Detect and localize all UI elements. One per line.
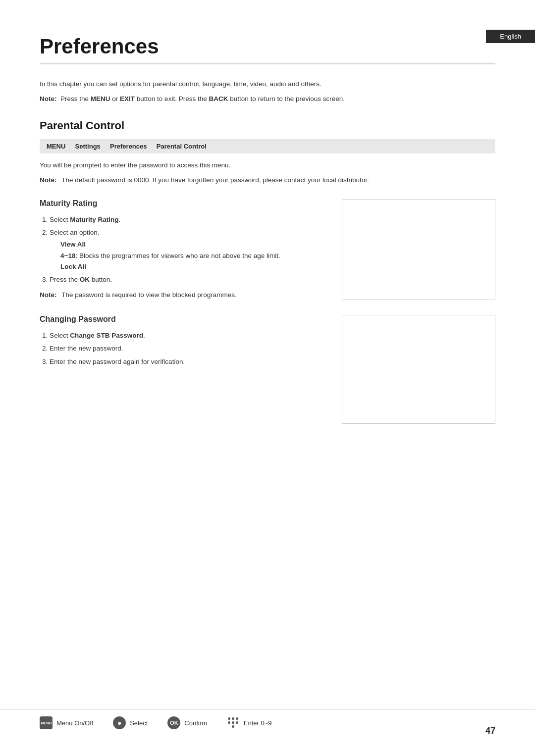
footer-menu-label: Menu On/Off: [56, 719, 93, 727]
maturity-rating-image-placeholder: [342, 199, 495, 300]
step-2: Select an option. View All 4~18: Blocks …: [50, 227, 332, 273]
maturity-note-text: The password is required to view the blo…: [61, 290, 236, 300]
intro-note: Note: Press the MENU or EXIT button to e…: [40, 94, 495, 104]
page-number: 47: [485, 726, 495, 736]
breadcrumb-item-menu: MENU: [47, 143, 65, 150]
note-label: Note:: [40, 95, 58, 102]
section-title: Parental Control: [40, 119, 495, 132]
breadcrumb-item-settings: Settings: [75, 143, 101, 150]
section-note-label: Note:: [40, 175, 58, 185]
change-step-2: Enter the new password.: [50, 343, 332, 354]
intro-text: In this chapter you can set options for …: [40, 79, 495, 89]
numeric-icon: [227, 716, 240, 729]
changing-password-steps: Select Change STB Password. Enter the ne…: [40, 330, 332, 368]
step-2-indent: View All 4~18: Blocks the programmes for…: [50, 239, 332, 273]
maturity-rating-note: Note: The password is required to view t…: [40, 290, 332, 300]
menu-icon: MENU: [40, 716, 53, 729]
page-container: English Preferences In this chapter you …: [0, 0, 535, 756]
change-step-1: Select Change STB Password.: [50, 330, 332, 342]
footer-select-label: Select: [130, 719, 148, 727]
language-label: English: [500, 33, 521, 40]
footer-numeric-item: Enter 0~9: [227, 716, 272, 729]
note-text: Press the MENU or EXIT button to exit. P…: [60, 95, 345, 102]
breadcrumb: MENU Settings Preferences Parental Contr…: [40, 139, 495, 153]
page-title: Preferences: [40, 35, 495, 58]
change-step-3: Enter the new password again for verific…: [50, 356, 332, 368]
ok-icon: OK: [167, 716, 180, 729]
select-icon: ●: [113, 716, 126, 729]
breadcrumb-item-preferences: Preferences: [110, 143, 147, 150]
changing-password-section: Changing Password Select Change STB Pass…: [40, 315, 495, 424]
section-desc: You will be prompted to enter the passwo…: [40, 160, 495, 170]
step-1: Select Maturity Rating.: [50, 214, 332, 226]
maturity-rating-title: Maturity Rating: [40, 199, 332, 208]
maturity-rating-left: Maturity Rating Select Maturity Rating. …: [40, 199, 332, 300]
step-3: Press the OK button.: [50, 274, 332, 286]
footer-numeric-label: Enter 0~9: [244, 719, 272, 727]
changing-password-image-placeholder: [342, 315, 495, 424]
footer-confirm-item: OK Confirm: [167, 716, 207, 729]
breadcrumb-item-parental: Parental Control: [157, 143, 207, 150]
changing-password-left: Changing Password Select Change STB Pass…: [40, 315, 332, 424]
footer-confirm-label: Confirm: [184, 719, 207, 727]
footer-select-item: ● Select: [113, 716, 148, 729]
title-divider: [40, 63, 495, 64]
section-note-text: The default password is 0000. If you hav…: [61, 175, 369, 185]
maturity-rating-steps: Select Maturity Rating. Select an option…: [40, 214, 332, 286]
section-note: Note: The default password is 0000. If y…: [40, 175, 495, 185]
maturity-rating-section: Maturity Rating Select Maturity Rating. …: [40, 199, 495, 300]
language-badge: English: [486, 30, 535, 43]
changing-password-title: Changing Password: [40, 315, 332, 324]
footer-bar: MENU Menu On/Off ● Select OK Confirm: [0, 709, 535, 736]
footer-menu-item: MENU Menu On/Off: [40, 716, 93, 729]
